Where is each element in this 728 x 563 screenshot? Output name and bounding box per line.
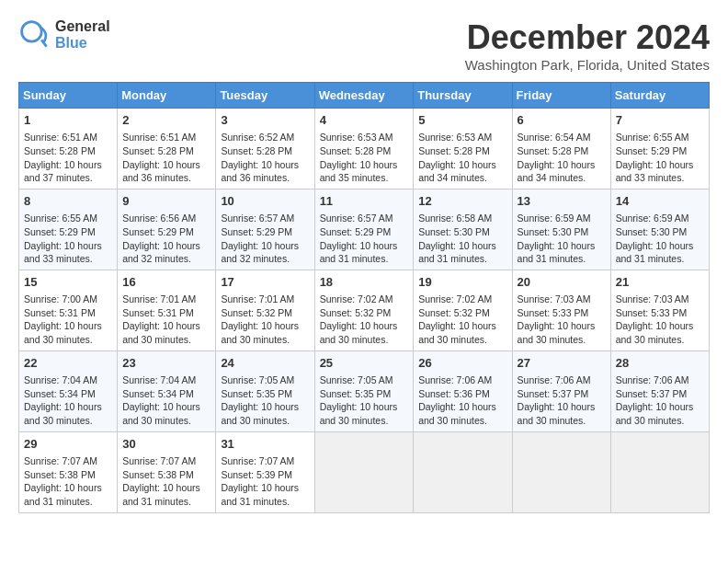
calendar-cell: 29Sunrise: 7:07 AM Sunset: 5:38 PM Dayli… [19, 431, 118, 512]
day-info: Sunrise: 6:51 AM Sunset: 5:28 PM Dayligh… [24, 131, 112, 185]
title-block: December 2024 Washington Park, Florida, … [465, 18, 710, 73]
day-info: Sunrise: 7:02 AM Sunset: 5:32 PM Dayligh… [418, 293, 506, 347]
weekday-header-saturday: Saturday [610, 83, 709, 109]
calendar-week-1: 1Sunrise: 6:51 AM Sunset: 5:28 PM Daylig… [19, 109, 710, 190]
calendar-cell: 11Sunrise: 6:57 AM Sunset: 5:29 PM Dayli… [314, 189, 414, 270]
weekday-header-wednesday: Wednesday [314, 83, 414, 109]
weekday-header-thursday: Thursday [414, 83, 512, 109]
day-number: 11 [320, 193, 409, 210]
day-number: 18 [320, 274, 409, 291]
day-info: Sunrise: 6:59 AM Sunset: 5:30 PM Dayligh… [616, 212, 704, 266]
logo-icon [18, 18, 51, 52]
day-info: Sunrise: 6:56 AM Sunset: 5:29 PM Dayligh… [122, 212, 210, 266]
calendar-cell: 9Sunrise: 6:56 AM Sunset: 5:29 PM Daylig… [118, 189, 216, 270]
calendar-cell: 10Sunrise: 6:57 AM Sunset: 5:29 PM Dayli… [216, 189, 314, 270]
day-info: Sunrise: 7:03 AM Sunset: 5:33 PM Dayligh… [616, 293, 704, 347]
calendar-week-5: 29Sunrise: 7:07 AM Sunset: 5:38 PM Dayli… [19, 431, 710, 512]
day-info: Sunrise: 6:54 AM Sunset: 5:28 PM Dayligh… [518, 131, 606, 185]
day-number: 30 [122, 436, 210, 453]
day-info: Sunrise: 7:07 AM Sunset: 5:38 PM Dayligh… [122, 454, 210, 509]
calendar-cell: 28Sunrise: 7:06 AM Sunset: 5:37 PM Dayli… [610, 350, 709, 431]
calendar-cell: 15Sunrise: 7:00 AM Sunset: 5:31 PM Dayli… [19, 270, 118, 350]
calendar-week-3: 15Sunrise: 7:00 AM Sunset: 5:31 PM Dayli… [19, 270, 710, 350]
calendar-cell: 24Sunrise: 7:05 AM Sunset: 5:35 PM Dayli… [216, 350, 314, 431]
day-info: Sunrise: 7:06 AM Sunset: 5:37 PM Dayligh… [518, 373, 606, 428]
calendar-cell: 26Sunrise: 7:06 AM Sunset: 5:36 PM Dayli… [414, 350, 512, 431]
calendar-cell: 14Sunrise: 6:59 AM Sunset: 5:30 PM Dayli… [610, 189, 709, 270]
day-info: Sunrise: 6:55 AM Sunset: 5:29 PM Dayligh… [616, 131, 704, 185]
day-info: Sunrise: 6:57 AM Sunset: 5:29 PM Dayligh… [221, 212, 309, 266]
day-number: 13 [518, 193, 606, 210]
day-number: 5 [418, 112, 506, 129]
day-info: Sunrise: 7:05 AM Sunset: 5:35 PM Dayligh… [320, 373, 409, 428]
calendar-cell: 1Sunrise: 6:51 AM Sunset: 5:28 PM Daylig… [19, 109, 118, 190]
day-number: 4 [320, 112, 409, 129]
calendar-body: 1Sunrise: 6:51 AM Sunset: 5:28 PM Daylig… [19, 109, 710, 513]
day-info: Sunrise: 6:57 AM Sunset: 5:29 PM Dayligh… [320, 212, 409, 266]
day-info: Sunrise: 7:01 AM Sunset: 5:31 PM Dayligh… [122, 293, 210, 347]
calendar-cell: 8Sunrise: 6:55 AM Sunset: 5:29 PM Daylig… [19, 189, 118, 270]
day-number: 3 [221, 112, 309, 129]
calendar-cell: 20Sunrise: 7:03 AM Sunset: 5:33 PM Dayli… [512, 270, 610, 350]
day-number: 17 [221, 274, 309, 291]
day-number: 1 [24, 112, 112, 129]
day-info: Sunrise: 7:05 AM Sunset: 5:35 PM Dayligh… [221, 373, 309, 428]
calendar-cell: 12Sunrise: 6:58 AM Sunset: 5:30 PM Dayli… [414, 189, 512, 270]
calendar-week-4: 22Sunrise: 7:04 AM Sunset: 5:34 PM Dayli… [19, 350, 710, 431]
calendar-cell: 6Sunrise: 6:54 AM Sunset: 5:28 PM Daylig… [512, 109, 610, 190]
day-info: Sunrise: 7:07 AM Sunset: 5:39 PM Dayligh… [221, 454, 309, 509]
calendar-cell: 19Sunrise: 7:02 AM Sunset: 5:32 PM Dayli… [414, 270, 512, 350]
day-number: 15 [24, 274, 112, 291]
day-number: 28 [616, 355, 704, 372]
header: General Blue December 2024 Washington Pa… [18, 18, 710, 73]
day-number: 7 [616, 112, 704, 129]
calendar-cell: 2Sunrise: 6:51 AM Sunset: 5:28 PM Daylig… [118, 109, 216, 190]
calendar-header: SundayMondayTuesdayWednesdayThursdayFrid… [19, 83, 710, 109]
location-title: Washington Park, Florida, United States [465, 57, 710, 73]
calendar-cell: 13Sunrise: 6:59 AM Sunset: 5:30 PM Dayli… [512, 189, 610, 270]
calendar-week-2: 8Sunrise: 6:55 AM Sunset: 5:29 PM Daylig… [19, 189, 710, 270]
calendar-cell: 4Sunrise: 6:53 AM Sunset: 5:28 PM Daylig… [314, 109, 414, 190]
calendar-cell: 18Sunrise: 7:02 AM Sunset: 5:32 PM Dayli… [314, 270, 414, 350]
day-number: 6 [518, 112, 606, 129]
day-number: 12 [418, 193, 506, 210]
day-info: Sunrise: 7:04 AM Sunset: 5:34 PM Dayligh… [122, 373, 210, 428]
month-title: December 2024 [465, 18, 710, 57]
day-number: 26 [418, 355, 506, 372]
day-number: 9 [122, 193, 210, 210]
day-number: 14 [616, 193, 704, 210]
day-info: Sunrise: 6:51 AM Sunset: 5:28 PM Dayligh… [122, 131, 210, 185]
calendar-table: SundayMondayTuesdayWednesdayThursdayFrid… [18, 82, 710, 513]
day-number: 2 [122, 112, 210, 129]
day-number: 25 [320, 355, 409, 372]
day-info: Sunrise: 6:52 AM Sunset: 5:28 PM Dayligh… [221, 131, 309, 185]
calendar-cell: 27Sunrise: 7:06 AM Sunset: 5:37 PM Dayli… [512, 350, 610, 431]
svg-point-0 [22, 22, 42, 42]
calendar-cell [610, 431, 709, 512]
logo-text: General [55, 18, 110, 35]
weekday-header-tuesday: Tuesday [216, 83, 314, 109]
logo: General Blue [18, 18, 110, 52]
calendar-cell [314, 431, 414, 512]
weekday-header-friday: Friday [512, 83, 610, 109]
calendar-cell: 23Sunrise: 7:04 AM Sunset: 5:34 PM Dayli… [118, 350, 216, 431]
calendar-cell: 21Sunrise: 7:03 AM Sunset: 5:33 PM Dayli… [610, 270, 709, 350]
weekday-header-sunday: Sunday [19, 83, 118, 109]
weekday-header-monday: Monday [118, 83, 216, 109]
weekday-header-row: SundayMondayTuesdayWednesdayThursdayFrid… [19, 83, 710, 109]
calendar-cell: 3Sunrise: 6:52 AM Sunset: 5:28 PM Daylig… [216, 109, 314, 190]
day-info: Sunrise: 6:59 AM Sunset: 5:30 PM Dayligh… [518, 212, 606, 266]
day-info: Sunrise: 7:02 AM Sunset: 5:32 PM Dayligh… [320, 293, 409, 347]
page-container: General Blue December 2024 Washington Pa… [18, 18, 710, 513]
calendar-cell [512, 431, 610, 512]
calendar-cell: 25Sunrise: 7:05 AM Sunset: 5:35 PM Dayli… [314, 350, 414, 431]
day-info: Sunrise: 7:04 AM Sunset: 5:34 PM Dayligh… [24, 373, 112, 428]
day-info: Sunrise: 7:00 AM Sunset: 5:31 PM Dayligh… [24, 293, 112, 347]
day-info: Sunrise: 7:01 AM Sunset: 5:32 PM Dayligh… [221, 293, 309, 347]
day-number: 8 [24, 193, 112, 210]
day-info: Sunrise: 6:58 AM Sunset: 5:30 PM Dayligh… [418, 212, 506, 266]
calendar-cell: 7Sunrise: 6:55 AM Sunset: 5:29 PM Daylig… [610, 109, 709, 190]
calendar-cell [414, 431, 512, 512]
day-number: 24 [221, 355, 309, 372]
day-number: 19 [418, 274, 506, 291]
